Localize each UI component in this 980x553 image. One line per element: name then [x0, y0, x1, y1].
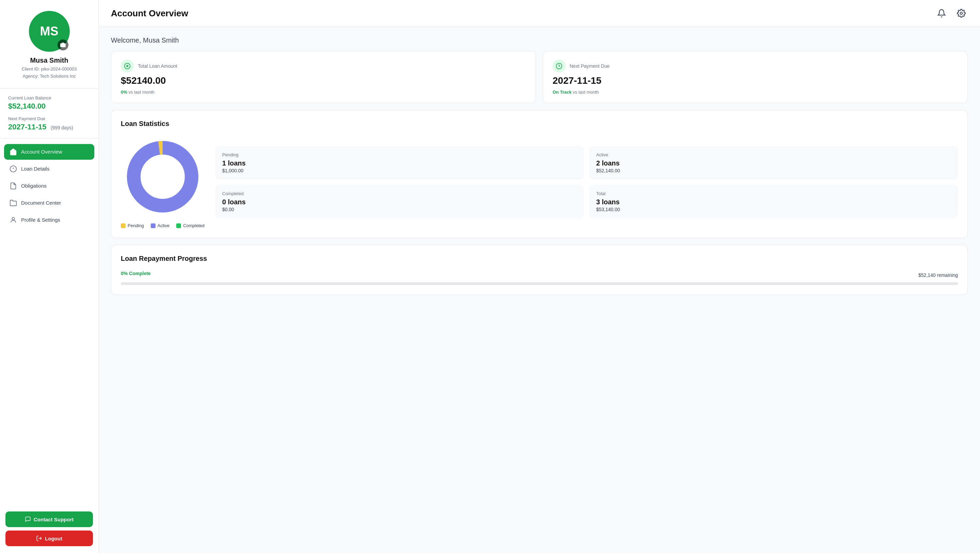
next-payment-label: Next Payment Due	[8, 116, 90, 121]
stat-active-amount: $52,140.00	[596, 168, 951, 173]
sidebar-item-document-center-label: Document Center	[21, 200, 61, 206]
stat-card-total: Total 3 loans $53,140.00	[589, 185, 958, 218]
total-loan-label: Total Loan Amount	[138, 63, 177, 69]
clock-icon	[556, 63, 563, 70]
contact-support-button[interactable]: Contact Support	[5, 512, 93, 527]
svg-point-13	[142, 156, 183, 197]
loan-statistics-section: Loan Statistics Pe	[111, 110, 968, 238]
sidebar: MS Musa Smith Client ID: piko-2024-00000…	[0, 0, 99, 553]
next-payment-card-footer: On Track vs last month	[553, 89, 958, 95]
loan-balance-label: Current Loan Balance	[8, 96, 90, 100]
stat-pending-count: 1 loans	[222, 159, 577, 167]
logout-button[interactable]: Logout	[5, 531, 93, 546]
page-title: Account Overview	[111, 8, 188, 19]
donut-chart-wrap: Pending Active Completed	[121, 136, 205, 228]
dollar-icon	[124, 63, 130, 70]
settings-button[interactable]	[955, 7, 968, 20]
stat-card-completed: Completed 0 loans $0.00	[215, 185, 584, 218]
stat-card-active: Active 2 loans $52,140.00	[589, 146, 958, 180]
stat-card-pending: Pending 1 loans $1,000.00	[215, 146, 584, 180]
stat-completed-count: 0 loans	[222, 198, 577, 206]
next-payment-value: 2027-11-15 (999 days)	[8, 123, 90, 131]
legend-active-dot	[151, 223, 156, 228]
sidebar-item-loan-details[interactable]: Loan Details	[4, 161, 94, 177]
dollar-icon-wrap	[121, 60, 134, 73]
sidebar-item-loan-details-label: Loan Details	[21, 166, 49, 172]
profile-name: Musa Smith	[30, 57, 68, 64]
legend-active-label: Active	[158, 223, 169, 228]
sidebar-item-profile-settings-label: Profile & Settings	[21, 217, 60, 223]
stat-completed-amount: $0.00	[222, 207, 577, 212]
legend-completed-label: Completed	[183, 223, 205, 228]
stat-active-count: 2 loans	[596, 159, 951, 167]
progress-bar-background	[121, 282, 958, 285]
notifications-button[interactable]	[935, 7, 948, 20]
stat-total-amount: $53,140.00	[596, 207, 951, 212]
chart-legend: Pending Active Completed	[121, 223, 205, 228]
svg-point-0	[62, 44, 64, 46]
loan-balance-value: $52,140.00	[8, 102, 90, 111]
bell-icon	[937, 9, 946, 18]
legend-completed: Completed	[176, 223, 205, 228]
stat-completed-label: Completed	[222, 191, 577, 196]
legend-pending: Pending	[121, 223, 144, 228]
profile-client-id: Client ID: piko-2024-000003	[22, 66, 77, 73]
profile-agency: Agency: Tech Solutions Inc	[23, 73, 76, 80]
total-loan-footer: 0% vs last month	[121, 89, 526, 95]
legend-active: Active	[151, 223, 169, 228]
stat-total-count: 3 loans	[596, 198, 951, 206]
svg-point-6	[960, 12, 963, 14]
next-payment-card-value: 2027-11-15	[553, 75, 958, 86]
sidebar-footer: Contact Support Logout	[0, 506, 98, 553]
total-loan-card: Total Loan Amount $52140.00 0% vs last m…	[111, 51, 536, 103]
total-loan-value: $52140.00	[121, 75, 526, 86]
repayment-title: Loan Repayment Progress	[121, 255, 958, 263]
donut-chart	[122, 136, 204, 218]
sidebar-item-document-center[interactable]: Document Center	[4, 195, 94, 211]
sidebar-stats: Current Loan Balance $52,140.00 Next Pay…	[0, 89, 98, 139]
stat-active-label: Active	[596, 152, 951, 157]
legend-pending-label: Pending	[127, 223, 144, 228]
header-icons	[935, 7, 968, 20]
svg-point-4	[12, 217, 14, 220]
welcome-message: Welcome, Musa Smith	[111, 37, 968, 44]
clock-icon-wrap	[553, 60, 566, 73]
loan-stats-inner: Pending Active Completed	[121, 136, 958, 228]
loan-statistics-title: Loan Statistics	[121, 120, 958, 128]
next-payment-days: (999 days)	[51, 125, 73, 131]
main-content: Welcome, Musa Smith Total Loan Amount $5…	[99, 27, 980, 311]
repayment-remaining-label: $52,140 remaining	[918, 273, 958, 278]
stats-grid: Pending 1 loans $1,000.00 Active 2 loans…	[215, 146, 958, 218]
repayment-row: 0% Complete $52,140 remaining	[121, 271, 958, 280]
stat-pending-amount: $1,000.00	[222, 168, 577, 173]
main-header: Account Overview	[99, 0, 980, 27]
sidebar-item-obligations[interactable]: Obligations	[4, 178, 94, 194]
avatar-wrap: MS	[29, 11, 70, 52]
stat-total-label: Total	[596, 191, 951, 196]
summary-cards: Total Loan Amount $52140.00 0% vs last m…	[111, 51, 968, 103]
legend-pending-dot	[121, 223, 126, 228]
repayment-complete-label: 0% Complete	[121, 271, 151, 276]
main-content-area: Account Overview Welcome, Musa Smith Tot…	[99, 0, 980, 553]
sidebar-item-account-overview-label: Account Overview	[21, 149, 62, 155]
sidebar-nav: Account Overview Loan Details Obligation…	[0, 139, 98, 506]
sidebar-item-obligations-label: Obligations	[21, 183, 47, 189]
sidebar-profile: MS Musa Smith Client ID: piko-2024-00000…	[0, 0, 98, 89]
sidebar-item-profile-settings[interactable]: Profile & Settings	[4, 212, 94, 228]
repayment-section: Loan Repayment Progress 0% Complete $52,…	[111, 245, 968, 295]
gear-icon	[957, 9, 966, 18]
next-payment-card-label: Next Payment Due	[570, 63, 610, 69]
stat-pending-label: Pending	[222, 152, 577, 157]
legend-completed-dot	[176, 223, 181, 228]
sidebar-item-account-overview[interactable]: Account Overview	[4, 144, 94, 160]
next-payment-card: Next Payment Due 2027-11-15 On Track vs …	[543, 51, 968, 103]
camera-icon[interactable]	[57, 40, 68, 50]
